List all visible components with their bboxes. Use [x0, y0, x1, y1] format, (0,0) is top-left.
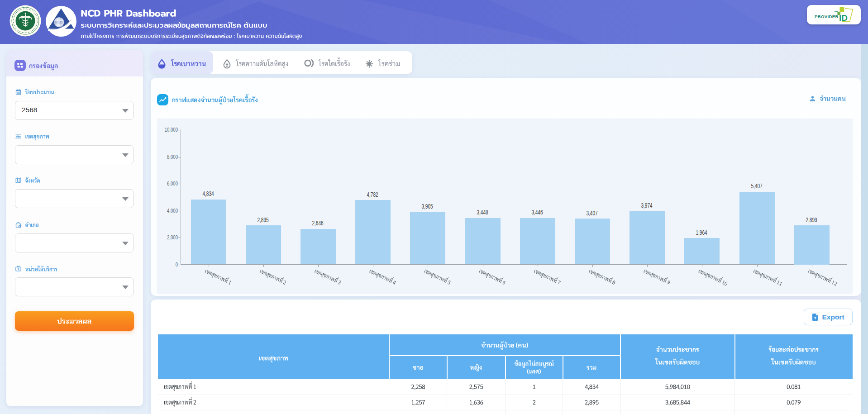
- svg-text:PROVIDER: PROVIDER: [815, 14, 839, 19]
